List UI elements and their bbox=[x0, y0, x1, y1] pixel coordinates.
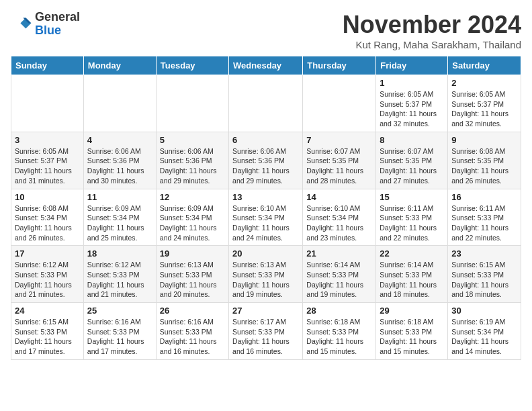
day-number: 3 bbox=[15, 135, 80, 145]
day-info: Sunrise: 6:07 AM Sunset: 5:35 PM Dayligh… bbox=[306, 146, 372, 186]
weekday-header: Tuesday bbox=[156, 56, 228, 75]
day-number: 18 bbox=[87, 248, 152, 259]
calendar-cell bbox=[83, 75, 156, 132]
day-number: 4 bbox=[87, 135, 152, 145]
calendar-cell: 23Sunrise: 6:15 AM Sunset: 5:33 PM Dayli… bbox=[448, 246, 521, 303]
calendar-cell: 3Sunrise: 6:05 AM Sunset: 5:37 PM Daylig… bbox=[11, 132, 84, 189]
day-number: 23 bbox=[451, 248, 517, 259]
weekday-header: Sunday bbox=[11, 56, 84, 75]
calendar-week-row: 24Sunrise: 6:15 AM Sunset: 5:33 PM Dayli… bbox=[11, 303, 521, 360]
title-block: November 2024 Kut Rang, Maha Sarakham, T… bbox=[343, 11, 521, 50]
calendar-cell: 8Sunrise: 6:07 AM Sunset: 5:35 PM Daylig… bbox=[376, 132, 448, 189]
day-info: Sunrise: 6:12 AM Sunset: 5:33 PM Dayligh… bbox=[87, 260, 152, 300]
weekday-header: Friday bbox=[376, 56, 448, 75]
day-number: 21 bbox=[306, 248, 372, 259]
day-info: Sunrise: 6:09 AM Sunset: 5:34 PM Dayligh… bbox=[87, 203, 152, 243]
calendar-header: SundayMondayTuesdayWednesdayThursdayFrid… bbox=[11, 56, 521, 75]
day-number: 16 bbox=[451, 192, 517, 202]
day-info: Sunrise: 6:10 AM Sunset: 5:34 PM Dayligh… bbox=[306, 203, 372, 243]
calendar-cell bbox=[156, 75, 228, 132]
day-info: Sunrise: 6:06 AM Sunset: 5:36 PM Dayligh… bbox=[87, 146, 152, 186]
calendar-cell: 2Sunrise: 6:05 AM Sunset: 5:37 PM Daylig… bbox=[448, 75, 521, 132]
weekday-header: Wednesday bbox=[229, 56, 303, 75]
day-number: 17 bbox=[15, 248, 80, 259]
day-info: Sunrise: 6:07 AM Sunset: 5:35 PM Dayligh… bbox=[380, 146, 444, 186]
calendar-cell bbox=[229, 75, 303, 132]
location: Kut Rang, Maha Sarakham, Thailand bbox=[343, 39, 521, 50]
calendar-cell: 9Sunrise: 6:08 AM Sunset: 5:35 PM Daylig… bbox=[448, 132, 521, 189]
calendar-cell: 6Sunrise: 6:06 AM Sunset: 5:36 PM Daylig… bbox=[229, 132, 303, 189]
calendar-cell: 10Sunrise: 6:08 AM Sunset: 5:34 PM Dayli… bbox=[11, 189, 84, 246]
day-number: 27 bbox=[232, 306, 299, 316]
day-info: Sunrise: 6:10 AM Sunset: 5:34 PM Dayligh… bbox=[232, 203, 299, 243]
calendar-week-row: 1Sunrise: 6:05 AM Sunset: 5:37 PM Daylig… bbox=[11, 75, 521, 132]
calendar-cell: 4Sunrise: 6:06 AM Sunset: 5:36 PM Daylig… bbox=[83, 132, 156, 189]
day-number: 22 bbox=[380, 248, 444, 259]
calendar-cell: 28Sunrise: 6:18 AM Sunset: 5:33 PM Dayli… bbox=[303, 303, 376, 360]
page-header: General Blue November 2024 Kut Rang, Mah… bbox=[11, 11, 521, 50]
day-number: 29 bbox=[380, 306, 444, 316]
day-info: Sunrise: 6:14 AM Sunset: 5:33 PM Dayligh… bbox=[380, 260, 444, 300]
weekday-header: Thursday bbox=[303, 56, 376, 75]
calendar-week-row: 3Sunrise: 6:05 AM Sunset: 5:37 PM Daylig… bbox=[11, 132, 521, 189]
day-info: Sunrise: 6:18 AM Sunset: 5:33 PM Dayligh… bbox=[380, 317, 444, 357]
calendar-cell: 19Sunrise: 6:13 AM Sunset: 5:33 PM Dayli… bbox=[156, 246, 228, 303]
calendar-cell: 20Sunrise: 6:13 AM Sunset: 5:33 PM Dayli… bbox=[229, 246, 303, 303]
day-number: 25 bbox=[87, 306, 152, 316]
calendar-cell: 12Sunrise: 6:09 AM Sunset: 5:34 PM Dayli… bbox=[156, 189, 228, 246]
day-info: Sunrise: 6:13 AM Sunset: 5:33 PM Dayligh… bbox=[232, 260, 299, 300]
day-info: Sunrise: 6:08 AM Sunset: 5:34 PM Dayligh… bbox=[15, 203, 80, 243]
day-info: Sunrise: 6:12 AM Sunset: 5:33 PM Dayligh… bbox=[15, 260, 80, 300]
day-info: Sunrise: 6:08 AM Sunset: 5:35 PM Dayligh… bbox=[451, 146, 517, 186]
day-number: 26 bbox=[160, 306, 225, 316]
day-number: 7 bbox=[306, 135, 372, 145]
day-number: 2 bbox=[451, 78, 517, 88]
day-number: 1 bbox=[380, 78, 444, 88]
day-number: 10 bbox=[15, 192, 80, 202]
day-number: 30 bbox=[451, 306, 517, 316]
day-info: Sunrise: 6:13 AM Sunset: 5:33 PM Dayligh… bbox=[160, 260, 225, 300]
day-number: 13 bbox=[232, 192, 299, 202]
day-number: 8 bbox=[380, 135, 444, 145]
calendar-cell: 21Sunrise: 6:14 AM Sunset: 5:33 PM Dayli… bbox=[303, 246, 376, 303]
day-number: 11 bbox=[87, 192, 152, 202]
day-info: Sunrise: 6:05 AM Sunset: 5:37 PM Dayligh… bbox=[380, 89, 444, 129]
calendar-cell: 16Sunrise: 6:11 AM Sunset: 5:33 PM Dayli… bbox=[448, 189, 521, 246]
day-number: 15 bbox=[380, 192, 444, 202]
calendar-cell: 15Sunrise: 6:11 AM Sunset: 5:33 PM Dayli… bbox=[376, 189, 448, 246]
generalblue-logo-icon bbox=[11, 13, 32, 35]
day-number: 12 bbox=[160, 192, 225, 202]
day-info: Sunrise: 6:05 AM Sunset: 5:37 PM Dayligh… bbox=[15, 146, 80, 186]
day-number: 28 bbox=[306, 306, 372, 316]
calendar-body: 1Sunrise: 6:05 AM Sunset: 5:37 PM Daylig… bbox=[11, 75, 521, 360]
calendar-cell: 5Sunrise: 6:06 AM Sunset: 5:36 PM Daylig… bbox=[156, 132, 228, 189]
calendar-cell: 7Sunrise: 6:07 AM Sunset: 5:35 PM Daylig… bbox=[303, 132, 376, 189]
day-number: 19 bbox=[160, 248, 225, 259]
day-number: 6 bbox=[232, 135, 299, 145]
calendar-cell: 30Sunrise: 6:19 AM Sunset: 5:34 PM Dayli… bbox=[448, 303, 521, 360]
day-info: Sunrise: 6:06 AM Sunset: 5:36 PM Dayligh… bbox=[160, 146, 225, 186]
calendar-cell: 22Sunrise: 6:14 AM Sunset: 5:33 PM Dayli… bbox=[376, 246, 448, 303]
day-info: Sunrise: 6:11 AM Sunset: 5:33 PM Dayligh… bbox=[451, 203, 517, 243]
weekday-header: Saturday bbox=[448, 56, 521, 75]
day-info: Sunrise: 6:11 AM Sunset: 5:33 PM Dayligh… bbox=[380, 203, 444, 243]
calendar-week-row: 17Sunrise: 6:12 AM Sunset: 5:33 PM Dayli… bbox=[11, 246, 521, 303]
weekday-header: Monday bbox=[83, 56, 156, 75]
calendar-cell: 11Sunrise: 6:09 AM Sunset: 5:34 PM Dayli… bbox=[83, 189, 156, 246]
calendar-cell: 24Sunrise: 6:15 AM Sunset: 5:33 PM Dayli… bbox=[11, 303, 84, 360]
day-info: Sunrise: 6:17 AM Sunset: 5:33 PM Dayligh… bbox=[232, 317, 299, 357]
logo-text: General Blue bbox=[35, 11, 80, 38]
calendar-cell bbox=[303, 75, 376, 132]
calendar-cell: 26Sunrise: 6:16 AM Sunset: 5:33 PM Dayli… bbox=[156, 303, 228, 360]
calendar-table: SundayMondayTuesdayWednesdayThursdayFrid… bbox=[11, 56, 521, 360]
day-info: Sunrise: 6:18 AM Sunset: 5:33 PM Dayligh… bbox=[306, 317, 372, 357]
day-info: Sunrise: 6:19 AM Sunset: 5:34 PM Dayligh… bbox=[451, 317, 517, 357]
day-number: 20 bbox=[232, 248, 299, 259]
logo: General Blue bbox=[11, 11, 80, 38]
day-info: Sunrise: 6:14 AM Sunset: 5:33 PM Dayligh… bbox=[306, 260, 372, 300]
calendar-cell: 18Sunrise: 6:12 AM Sunset: 5:33 PM Dayli… bbox=[83, 246, 156, 303]
day-info: Sunrise: 6:05 AM Sunset: 5:37 PM Dayligh… bbox=[451, 89, 517, 129]
calendar-cell: 14Sunrise: 6:10 AM Sunset: 5:34 PM Dayli… bbox=[303, 189, 376, 246]
day-number: 24 bbox=[15, 306, 80, 316]
day-number: 14 bbox=[306, 192, 372, 202]
